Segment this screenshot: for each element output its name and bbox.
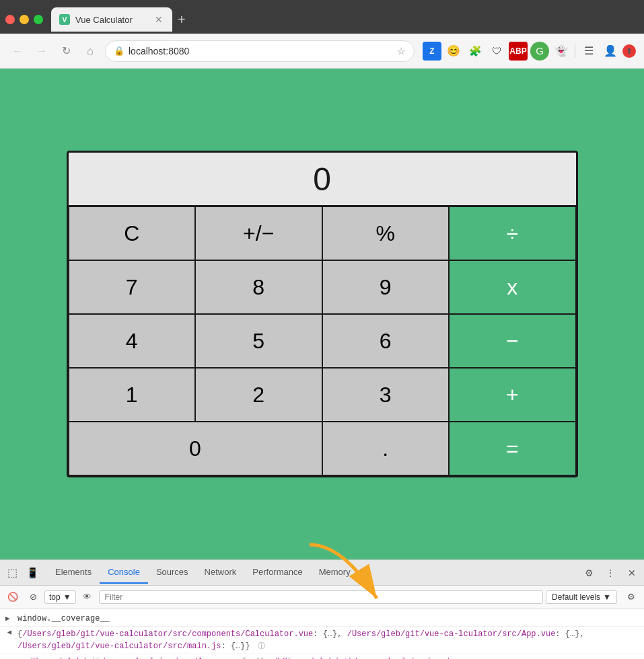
context-label: top [49,592,61,602]
ext-g-icon[interactable]: G [530,42,549,61]
calc-buttons: C +/− % ÷ 7 8 9 x 4 5 6 − 1 2 3 + 0 [69,206,576,475]
close-button[interactable] [5,15,15,24]
traffic-lights [5,15,43,24]
tab-title: Vue Calculator [75,15,148,25]
calc-btn-add[interactable]: + [449,368,576,422]
calc-btn-percent[interactable]: % [322,206,450,260]
console-arrow-object[interactable]: ▼ [4,630,15,638]
maximize-button[interactable] [34,15,43,24]
console-output: ▶ window.__coverage__ ▼ {/Users/gleb/git… [0,609,644,659]
new-tab-button[interactable]: + [178,12,186,28]
tab-console[interactable]: Console [100,561,148,584]
levels-label: Default levels [552,592,600,602]
toolbar-separator [575,44,575,58]
address-box[interactable]: 🔒 localhost:8080 ☆ [105,40,415,62]
calc-btn-3[interactable]: 3 [322,368,450,422]
calc-display: 0 [69,153,576,206]
ext-shield-icon[interactable]: 🛡 [487,42,506,61]
console-text-coverage: window.__coverage__ [17,613,110,625]
console-eye-btn[interactable]: 👁 [79,588,96,606]
calc-btn-1[interactable]: 1 [69,368,196,422]
devtools-controls: ⚙ ⋮ ✕ [579,564,641,582]
devtools-panel: ⬚ 📱 Elements Console Sources Network Per… [0,559,644,659]
ext-puzzle-icon[interactable]: 🧩 [466,42,485,61]
devtools-tab-bar: ⬚ 📱 Elements Console Sources Network Per… [0,560,644,586]
devtools-more-icon[interactable]: ⋮ [601,564,620,582]
address-bar-row: ← → ↻ ⌂ 🔒 localhost:8080 ☆ Z 😊 🧩 🛡 ABP G… [0,34,644,69]
console-levels-select[interactable]: Default levels ▼ [546,590,617,604]
calc-btn-plusminus[interactable]: +/− [195,206,322,260]
tab-elements[interactable]: Elements [47,561,100,584]
calc-btn-clear[interactable]: C [69,206,196,260]
calc-btn-2[interactable]: 2 [195,368,322,422]
console-clear-btn[interactable]: 🚫 [4,588,22,606]
ext-red-icon[interactable]: ⬆ [622,44,636,58]
devtools-close-icon[interactable]: ✕ [622,564,641,582]
console-arrow-coverage[interactable]: ▶ [5,613,13,625]
devtools-inspect-icon[interactable]: ⬚ [3,564,22,582]
url-display: localhost:8080 [129,46,393,56]
calc-btn-equals[interactable]: = [449,422,576,475]
levels-chevron: ▼ [603,592,611,602]
calc-btn-subtract[interactable]: − [449,314,576,368]
console-line-appvue: ▶ /Users/gleb/git/vue-calculator/src/App… [0,654,644,659]
ext-abp-icon[interactable]: ABP [509,42,528,61]
tab-performance[interactable]: Performance [244,561,310,584]
tab-bar: V Vue Calculator ✕ + [0,0,644,34]
calc-btn-multiply[interactable]: x [449,260,576,314]
console-context-select[interactable]: top ▼ [44,590,76,604]
page-content: 0 C +/− % ÷ 7 8 9 x 4 5 6 − 1 2 [0,69,644,559]
back-button[interactable]: ← [8,42,27,61]
calc-btn-6[interactable]: 6 [322,314,450,368]
ext-avatar-icon[interactable]: 👤 [601,42,620,61]
lock-icon: 🔒 [114,46,124,56]
console-text-appvue: /Users/gleb/git/vue-calculator/src/App.v… [28,656,464,659]
minimize-button[interactable] [20,15,29,24]
reload-button[interactable]: ↻ [57,42,75,61]
browser-toolbar-icons: Z 😊 🧩 🛡 ABP G 👻 ☰ 👤 ⬆ [423,42,636,61]
calc-btn-7[interactable]: 7 [69,260,196,314]
ext-menu-icon[interactable]: ☰ [579,42,598,61]
console-settings-btn[interactable]: ⚙ [622,588,640,606]
devtools-more-tabs[interactable]: » [361,565,374,580]
console-filter-btn[interactable]: ⊘ [24,588,42,606]
vue-favicon: V [59,14,70,25]
context-chevron: ▼ [63,592,71,602]
calc-btn-divide[interactable]: ÷ [449,206,576,260]
tab-close-button[interactable]: ✕ [153,14,164,25]
devtools-device-icon[interactable]: 📱 [23,564,42,582]
console-line-object: ▼ {/Users/gleb/git/vue-calculator/src/co… [0,627,644,654]
calc-display-value: 0 [313,161,331,198]
home-button[interactable]: ⌂ [81,42,100,61]
tab-sources[interactable]: Sources [148,561,196,584]
console-text-object: {/Users/gleb/git/vue-calculator/src/comp… [17,628,639,652]
forward-button[interactable]: → [32,42,51,61]
bookmark-icon[interactable]: ☆ [397,46,406,56]
tab-network[interactable]: Network [196,561,245,584]
calc-btn-4[interactable]: 4 [69,314,196,368]
devtools-settings-icon[interactable]: ⚙ [579,564,598,582]
console-line-coverage: ▶ window.__coverage__ [0,611,644,627]
devtools-left-icons: ⬚ 📱 [3,564,42,582]
ext-z-icon[interactable]: Z [423,42,441,61]
calc-btn-9[interactable]: 9 [322,260,450,314]
calculator: 0 C +/− % ÷ 7 8 9 x 4 5 6 − 1 2 [67,151,578,477]
console-filter-input[interactable] [99,590,543,604]
console-arrow-appvue[interactable]: ▶ [16,656,24,659]
tab-memory[interactable]: Memory [311,561,359,584]
ext-face-icon[interactable]: 😊 [444,42,463,61]
calc-btn-0[interactable]: 0 [69,422,322,475]
ext-ghost-icon[interactable]: 👻 [552,42,571,61]
browser-window: V Vue Calculator ✕ + ← → ↻ ⌂ 🔒 localhost… [0,0,644,659]
calc-btn-8[interactable]: 8 [195,260,322,314]
calc-btn-decimal[interactable]: . [322,422,450,475]
console-toolbar: 🚫 ⊘ top ▼ 👁 Default levels ▼ ⚙ [0,586,644,609]
calc-btn-5[interactable]: 5 [195,314,322,368]
active-tab[interactable]: V Vue Calculator ✕ [51,7,172,32]
